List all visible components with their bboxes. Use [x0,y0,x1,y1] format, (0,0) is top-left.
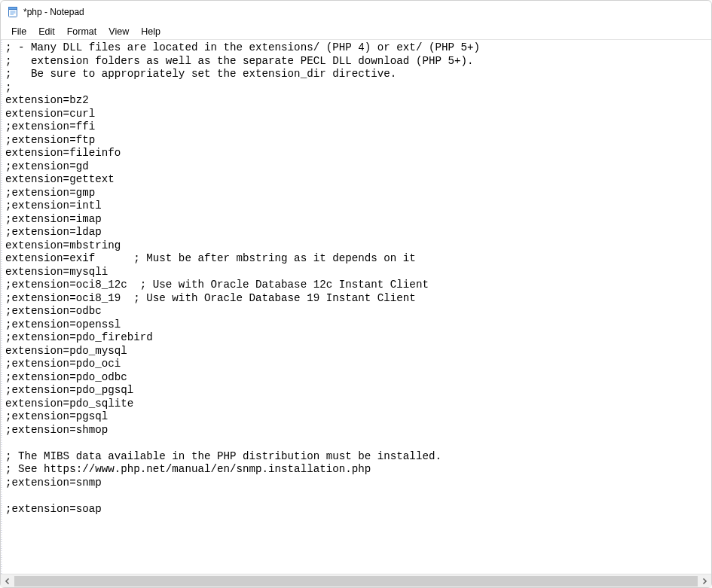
editor-container: ; - Many DLL files are located in the ex… [1,40,711,587]
horizontal-scrollbar[interactable] [1,574,711,587]
titlebar[interactable]: *php - Notepad [1,1,711,23]
notepad-window: *php - Notepad File Edit Format View Hel… [0,0,712,588]
notepad-icon [7,6,19,18]
menubar: File Edit Format View Help [1,23,711,40]
text-editor[interactable]: ; - Many DLL files are located in the ex… [1,40,711,574]
menu-edit[interactable]: Edit [32,25,61,38]
menu-help[interactable]: Help [135,25,167,38]
window-title: *php - Notepad [23,7,84,17]
menu-file[interactable]: File [5,25,32,38]
menu-view[interactable]: View [102,25,135,38]
svg-rect-1 [9,8,17,10]
scroll-left-arrow-icon[interactable] [1,574,14,588]
scroll-right-arrow-icon[interactable] [698,574,711,588]
scrollbar-thumb[interactable] [14,576,698,586]
menu-format[interactable]: Format [61,25,103,38]
scrollbar-track[interactable] [14,574,698,588]
